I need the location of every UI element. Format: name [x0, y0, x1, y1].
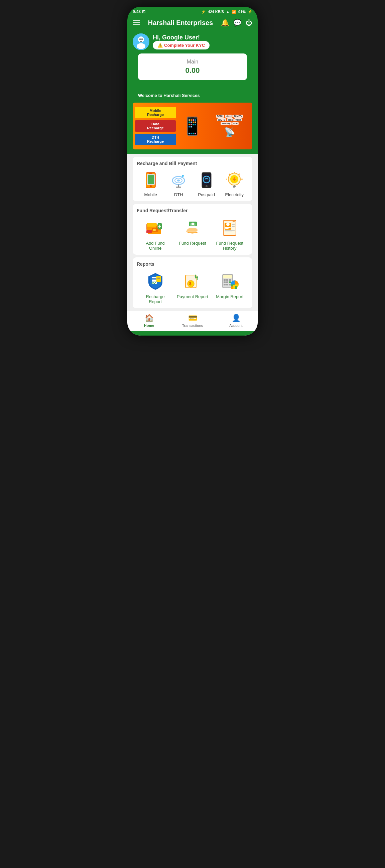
fund-section: Fund Request/Transfer: [133, 204, 252, 255]
electricity-item[interactable]: Electricity: [221, 170, 249, 197]
dth-icon: [168, 170, 189, 190]
fund-history-label: Fund RequestHistory: [216, 241, 243, 251]
status-bar: 9:43 ⊡ ⚡ 424 KB/S ▲ 📶 91% ⚡: [127, 7, 258, 16]
svg-point-12: [177, 180, 180, 182]
svg-rect-78: [226, 284, 228, 285]
hamburger-menu[interactable]: [133, 21, 140, 25]
svg-rect-47: [225, 227, 231, 228]
wallet-svg-icon: [146, 218, 165, 238]
margin-report-item[interactable]: Margin Report: [211, 271, 248, 299]
balance-card: Main 0.00: [138, 54, 247, 80]
reports-section-title: Reports: [137, 261, 248, 267]
phone-frame: 9:43 ⊡ ⚡ 424 KB/S ▲ 📶 91% ⚡ Harshali Ent…: [127, 7, 258, 336]
add-fund-label: Add FundOnline: [146, 241, 164, 251]
nav-transactions[interactable]: 💳 Transactions: [171, 314, 214, 328]
svg-rect-48: [225, 228, 229, 229]
nav-account[interactable]: 👤 Account: [214, 314, 258, 328]
green-header: Hi, Google User! ⚠️ Complete Your KYC Ma…: [127, 30, 258, 87]
power-icon[interactable]: ⏻: [246, 19, 252, 27]
fund-request-svg-icon: [183, 218, 202, 238]
phone-hand-icon: 📱: [182, 116, 203, 136]
postpaid-svg-icon: [197, 171, 216, 189]
postpaid-item[interactable]: Postpaid: [193, 170, 221, 197]
svg-rect-82: [233, 285, 235, 289]
svg-point-3: [139, 38, 141, 40]
kyc-label: Complete Your KYC: [164, 43, 205, 48]
svg-rect-9: [149, 173, 152, 174]
svg-rect-70: [223, 275, 232, 278]
fund-request-item[interactable]: Fund Request: [174, 217, 211, 246]
top-icons: 🔔 💬 ⏻: [221, 19, 252, 27]
mobile-svg-icon: [142, 171, 160, 189]
svg-rect-58: [156, 276, 161, 282]
dth-label: DTH: [174, 192, 183, 197]
report-grid: RechargeReport $: [137, 271, 248, 304]
welcome-text: Welcome to Harshali Services: [133, 90, 252, 100]
warning-icon: ⚠️: [157, 43, 163, 48]
svg-rect-71: [224, 279, 226, 281]
fund-request-icon: [182, 217, 203, 239]
svg-point-8: [150, 185, 152, 187]
recharge-report-label: RechargeReport: [146, 294, 164, 304]
recharge-grid: Mobile DTH: [137, 170, 248, 197]
payment-report-icon: $: [182, 271, 203, 292]
svg-point-4: [141, 38, 143, 40]
svg-rect-76: [229, 281, 231, 283]
payment-report-label: Payment Report: [177, 294, 208, 299]
svg-text:$: $: [189, 281, 192, 286]
notification-icon[interactable]: 🔔: [221, 19, 229, 27]
greeting-text: Hi, Google User!: [153, 34, 210, 41]
recharge-report-item[interactable]: RechargeReport: [137, 271, 174, 304]
app-title: Harshali Enterprises: [148, 19, 213, 27]
svg-point-20: [205, 185, 207, 187]
bottom-bar: [127, 331, 258, 336]
fund-section-title: Fund Request/Transfer: [137, 208, 248, 213]
fund-history-svg-icon: [220, 218, 239, 238]
wifi-icon: ▲: [226, 10, 230, 14]
add-fund-item[interactable]: Add FundOnline: [137, 217, 174, 251]
svg-rect-72: [226, 279, 228, 281]
payment-report-svg-icon: $: [183, 272, 202, 291]
status-left: 9:43 ⊡: [133, 9, 146, 14]
transactions-nav-label: Transactions: [182, 323, 203, 328]
postpaid-icon: [196, 170, 217, 190]
signal-icon: 📶: [232, 10, 236, 14]
user-avatar: [133, 33, 150, 50]
electricity-svg-icon: [225, 171, 243, 189]
account-nav-icon: 👤: [232, 314, 240, 322]
banner-logos: BSNL airtel DishTV BIGTV Idea Voda TataS…: [207, 103, 252, 149]
svg-line-25: [229, 174, 230, 175]
promo-banner: MobileRecharge DataRecharge DTHRecharge …: [133, 103, 252, 149]
kyc-button[interactable]: ⚠️ Complete Your KYC: [153, 41, 210, 50]
recharge-section: Recharge and Bill Payment Mobile: [133, 157, 252, 201]
mobile-recharge-item[interactable]: Mobile: [137, 170, 165, 197]
svg-line-23: [238, 174, 239, 175]
svg-rect-62: [187, 276, 195, 280]
svg-point-46: [226, 223, 230, 226]
user-row: Hi, Google User! ⚠️ Complete Your KYC: [133, 33, 252, 50]
bluetooth-icon: ⚡: [201, 10, 206, 14]
payment-report-item[interactable]: $ Payment Report: [174, 271, 211, 299]
fund-grid: Add FundOnline Fund Request: [137, 217, 248, 251]
svg-point-2: [137, 43, 146, 49]
bottom-nav: 🏠 Home 💳 Transactions 👤 Account: [127, 311, 258, 331]
recharge-section-title: Recharge and Bill Payment: [137, 161, 248, 166]
svg-rect-81: [231, 286, 233, 289]
postpaid-label: Postpaid: [198, 192, 215, 197]
fund-request-label: Fund Request: [179, 241, 206, 246]
banner-tag-dth: DTHRecharge: [135, 134, 176, 145]
svg-rect-83: [235, 286, 237, 289]
whatsapp-icon[interactable]: 💬: [233, 19, 242, 27]
account-nav-label: Account: [229, 323, 243, 328]
margin-report-svg-icon: [220, 272, 239, 291]
transactions-nav-icon: 💳: [188, 314, 197, 322]
mobile-icon: [141, 170, 161, 190]
fund-history-item[interactable]: Fund RequestHistory: [211, 217, 248, 251]
add-fund-icon: [145, 217, 166, 239]
nav-home[interactable]: 🏠 Home: [127, 314, 171, 328]
avatar-svg: [133, 33, 150, 50]
electricity-icon: [224, 170, 244, 190]
charging-icon: ⚡: [248, 10, 252, 14]
dth-item[interactable]: DTH: [165, 170, 193, 197]
top-app-bar: Harshali Enterprises 🔔 💬 ⏻: [127, 16, 258, 30]
